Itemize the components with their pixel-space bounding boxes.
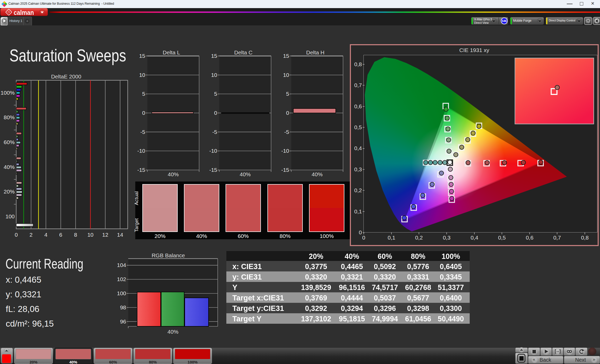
svg-text:8: 8 — [74, 232, 77, 238]
svg-text:80%: 80% — [4, 114, 15, 120]
svg-text:4: 4 — [44, 232, 48, 238]
svg-text:15: 15 — [211, 53, 217, 59]
svg-text:Delta H: Delta H — [306, 49, 324, 55]
svg-text:10: 10 — [211, 72, 217, 78]
svg-text:40%: 40% — [240, 171, 251, 177]
svg-text:RGB Balance: RGB Balance — [152, 252, 185, 258]
svg-text:10: 10 — [283, 72, 289, 78]
svg-text:14: 14 — [117, 232, 123, 238]
svg-text:104: 104 — [117, 262, 126, 268]
svg-text:0: 0 — [142, 110, 145, 116]
svg-text:0: 0 — [15, 232, 18, 238]
svg-text:0: 0 — [214, 110, 217, 116]
svg-text:102: 102 — [117, 276, 126, 282]
svg-text:-5: -5 — [284, 129, 289, 135]
svg-text:Delta C: Delta C — [234, 49, 253, 55]
svg-text:40%: 40% — [167, 329, 178, 335]
svg-text:100: 100 — [117, 290, 126, 296]
svg-text:5: 5 — [214, 91, 217, 97]
svg-text:-10: -10 — [281, 148, 289, 154]
svg-text:40%: 40% — [4, 164, 15, 170]
svg-text:60%: 60% — [4, 139, 15, 145]
svg-text:96: 96 — [120, 318, 126, 325]
svg-text:-10: -10 — [137, 148, 145, 154]
svg-text:10: 10 — [87, 232, 93, 238]
svg-text:Delta L: Delta L — [163, 49, 180, 55]
svg-text:2: 2 — [30, 232, 33, 238]
svg-text:6: 6 — [59, 232, 62, 238]
svg-text:15: 15 — [139, 53, 145, 59]
svg-text:-15: -15 — [137, 167, 145, 173]
svg-text:40%: 40% — [168, 171, 179, 177]
svg-text:20%: 20% — [4, 189, 15, 195]
svg-text:-10: -10 — [209, 148, 217, 154]
svg-text:12: 12 — [102, 232, 108, 238]
svg-text:0: 0 — [286, 110, 289, 116]
svg-text:-5: -5 — [212, 129, 217, 135]
svg-text:-15: -15 — [209, 167, 217, 173]
svg-text:-15: -15 — [281, 167, 289, 173]
svg-text:DeltaE 2000: DeltaE 2000 — [51, 73, 81, 79]
svg-text:100: 100 — [5, 213, 15, 219]
svg-text:5: 5 — [142, 91, 145, 97]
svg-text:100%: 100% — [1, 90, 15, 96]
svg-text:15: 15 — [283, 53, 289, 59]
svg-text:98: 98 — [120, 304, 126, 310]
svg-text:-5: -5 — [140, 129, 145, 135]
svg-text:5: 5 — [286, 91, 289, 97]
svg-text:10: 10 — [139, 72, 145, 78]
svg-text:40%: 40% — [312, 171, 323, 177]
